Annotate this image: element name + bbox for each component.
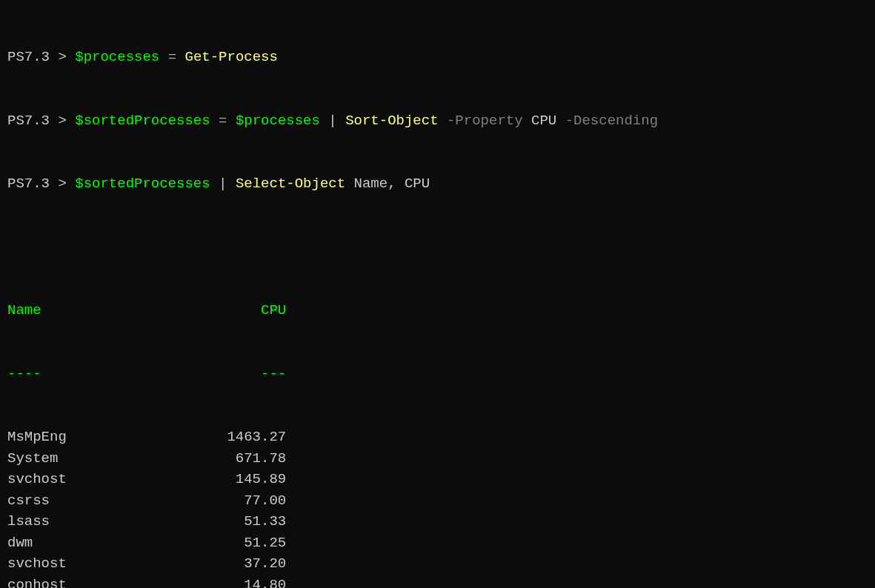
cell-name: dwm <box>7 532 193 554</box>
cell-cpu: 51.33 <box>193 511 286 532</box>
cell-cpu: 37.20 <box>193 553 286 575</box>
header-name: Name <box>7 300 193 321</box>
table-row: svchost145.89 <box>7 469 868 490</box>
cell-name: conhost <box>7 575 193 589</box>
blank-line <box>7 237 868 258</box>
table-row: conhost14.80 <box>7 575 868 589</box>
prompt-prefix: PS7.3 <box>7 113 58 129</box>
equals-operator: = <box>219 113 227 129</box>
table-body: MsMpEng1463.27System671.78svchost145.89c… <box>7 427 868 588</box>
equals-operator: = <box>168 49 176 65</box>
cell-cpu: 145.89 <box>193 469 286 490</box>
prompt-angle: > <box>58 49 66 65</box>
pipe-operator: | <box>219 176 227 192</box>
table-row: lsass51.33 <box>7 511 868 532</box>
variable-sortedprocesses-ref: $sortedProcesses <box>75 176 210 192</box>
cell-name: MsMpEng <box>7 427 193 448</box>
table-header: NameCPU <box>7 300 868 321</box>
param-descending: -Descending <box>565 113 658 129</box>
prompt-prefix: PS7.3 <box>7 49 58 65</box>
variable-processes: $processes <box>75 49 159 65</box>
table-separator: ------- <box>7 364 868 385</box>
command-line-2: PS7.3 > $sortedProcesses = $processes | … <box>7 110 868 132</box>
prompt-angle: > <box>58 113 66 129</box>
arg-name-cpu: Name, CPU <box>354 176 430 192</box>
command-line-1: PS7.3 > $processes = Get-Process <box>7 47 868 68</box>
separator-name: ---- <box>7 364 193 385</box>
cmdlet-get-process: Get-Process <box>184 49 277 65</box>
pipe-operator: | <box>328 113 336 129</box>
cell-name: svchost <box>7 469 193 490</box>
table-row: System671.78 <box>7 448 868 470</box>
header-cpu: CPU <box>193 300 286 321</box>
variable-sortedprocesses: $sortedProcesses <box>75 113 210 129</box>
table-row: csrss77.00 <box>7 490 868 512</box>
command-line-3: PS7.3 > $sortedProcesses | Select-Object… <box>7 173 868 195</box>
cell-name: csrss <box>7 490 193 512</box>
cell-cpu: 671.78 <box>193 448 286 470</box>
prompt-prefix: PS7.3 <box>7 176 58 192</box>
cell-name: svchost <box>7 553 193 575</box>
cell-name: lsass <box>7 511 193 532</box>
separator-cpu: --- <box>193 364 286 385</box>
table-row: dwm51.25 <box>7 532 868 554</box>
cell-cpu: 1463.27 <box>193 427 286 448</box>
cell-cpu: 14.80 <box>193 575 286 589</box>
cell-name: System <box>7 448 193 470</box>
cell-cpu: 51.25 <box>193 532 286 554</box>
terminal[interactable]: PS7.3 > $processes = Get-Process PS7.3 >… <box>0 0 875 588</box>
param-property: -Property <box>447 113 523 129</box>
cmdlet-select-object: Select-Object <box>236 176 345 192</box>
variable-processes-ref: $processes <box>236 113 320 129</box>
prompt-angle: > <box>58 176 66 192</box>
cell-cpu: 77.00 <box>193 490 286 512</box>
table-row: svchost37.20 <box>7 553 868 575</box>
arg-cpu: CPU <box>531 113 556 129</box>
cmdlet-sort-object: Sort-Object <box>345 113 438 129</box>
table-row: MsMpEng1463.27 <box>7 427 868 448</box>
